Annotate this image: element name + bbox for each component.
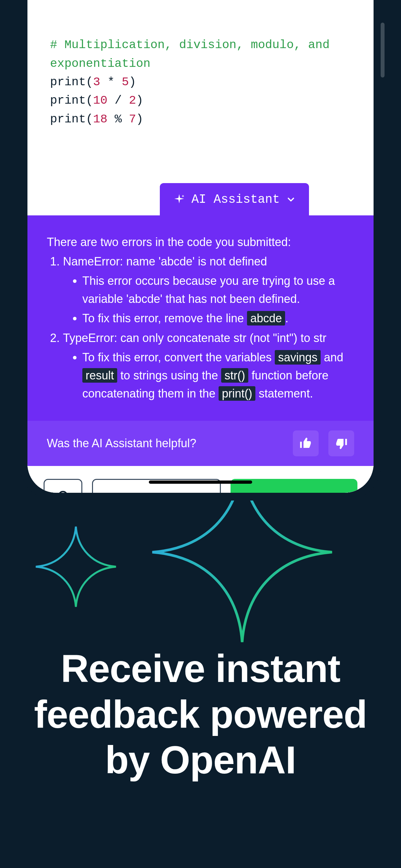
check-icon [263,492,275,493]
code-chip: result [82,368,117,383]
code-chip: print() [219,386,255,401]
feedback-bar: Was the AI Assistant helpful? [27,421,374,466]
code-line-3: print(18 % 7) [50,113,143,126]
code-chip: abcde [247,311,285,326]
lightbulb-icon [55,490,71,493]
play-icon [117,492,128,493]
code-line-1: print(3 * 5) [50,75,136,89]
error-2-bullet-1: To fix this error, convert the variables… [82,348,354,402]
action-row: Run Code Submit [27,466,374,493]
error-item-2: TypeError: can only concatenate str (not… [63,329,354,402]
thumbs-down-icon [335,437,348,450]
submit-label: Submit [282,491,326,493]
sparkle-icon [173,193,186,206]
code-editor[interactable]: # Multiplication, division, modulo, and … [27,0,374,215]
ai-intro-text: There are two errors in the code you sub… [47,233,354,251]
thumbs-up-button[interactable] [293,430,319,456]
run-code-label: Run Code [135,491,196,493]
phone-frame: # Multiplication, division, modulo, and … [20,0,381,500]
chevron-down-icon [286,194,296,205]
phone-side-button [381,23,384,78]
sparkle-small-icon [32,523,120,610]
ai-assistant-label: AI Assistant [191,190,280,209]
code-line-2: print(10 / 2) [50,94,143,107]
ai-assistant-panel: There are two errors in the code you sub… [27,215,374,421]
code-chip: str() [221,368,248,383]
hint-button[interactable] [43,479,82,493]
ai-assistant-tab[interactable]: AI Assistant [160,183,309,216]
error-item-1: NameError: name 'abcde' is not defined T… [63,252,354,327]
thumbs-up-icon [299,437,312,450]
error-1-bullet-1: This error occurs because you are trying… [82,272,354,308]
code-comment: # Multiplication, division, modulo, and … [50,38,337,70]
feedback-prompt: Was the AI Assistant helpful? [47,437,196,450]
code-chip: savings [275,350,320,365]
error-1-bullet-2: To fix this error, remove the line abcde… [82,309,354,328]
marketing-headline: Receive instant feedback powered by Open… [0,646,401,783]
home-indicator [149,480,252,484]
thumbs-down-button[interactable] [328,430,354,456]
